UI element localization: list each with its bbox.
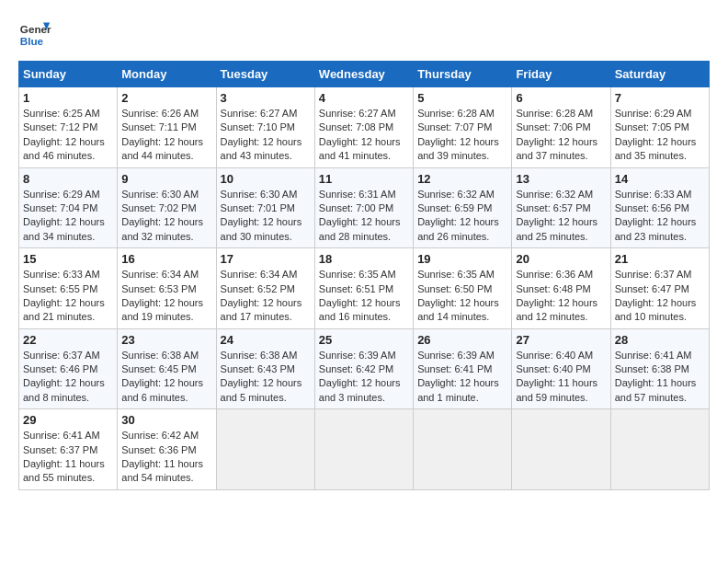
- day-number: 17: [221, 252, 311, 266]
- day-of-week-header: Friday: [512, 62, 610, 87]
- day-info: Sunrise: 6:32 AM Sunset: 6:57 PM Dayligh…: [516, 188, 606, 245]
- day-info: Sunrise: 6:27 AM Sunset: 7:10 PM Dayligh…: [221, 107, 311, 164]
- day-number: 28: [615, 333, 705, 347]
- day-number: 9: [121, 172, 211, 186]
- day-number: 1: [23, 91, 113, 105]
- day-of-week-header: Wednesday: [314, 62, 413, 87]
- day-info: Sunrise: 6:30 AM Sunset: 7:01 PM Dayligh…: [221, 188, 311, 245]
- day-number: 29: [23, 413, 113, 427]
- calendar-day-cell: 2Sunrise: 6:26 AM Sunset: 7:11 PM Daylig…: [118, 87, 216, 168]
- day-number: 23: [121, 333, 211, 347]
- day-info: Sunrise: 6:38 AM Sunset: 6:45 PM Dayligh…: [121, 349, 211, 406]
- day-info: Sunrise: 6:34 AM Sunset: 6:52 PM Dayligh…: [221, 268, 311, 325]
- day-info: Sunrise: 6:25 AM Sunset: 7:12 PM Dayligh…: [23, 107, 113, 164]
- calendar-day-cell: 21Sunrise: 6:37 AM Sunset: 6:47 PM Dayli…: [610, 248, 709, 329]
- calendar-day-cell: 27Sunrise: 6:40 AM Sunset: 6:40 PM Dayli…: [512, 328, 610, 409]
- calendar-day-cell: 15Sunrise: 6:33 AM Sunset: 6:55 PM Dayli…: [19, 248, 118, 329]
- calendar-day-cell: 28Sunrise: 6:41 AM Sunset: 6:38 PM Dayli…: [610, 328, 709, 409]
- calendar-day-cell: 4Sunrise: 6:27 AM Sunset: 7:08 PM Daylig…: [314, 87, 413, 168]
- day-info: Sunrise: 6:39 AM Sunset: 6:42 PM Dayligh…: [319, 349, 409, 406]
- day-info: Sunrise: 6:28 AM Sunset: 7:07 PM Dayligh…: [417, 107, 507, 164]
- day-info: Sunrise: 6:40 AM Sunset: 6:40 PM Dayligh…: [516, 349, 606, 406]
- calendar-day-cell: 29Sunrise: 6:41 AM Sunset: 6:37 PM Dayli…: [19, 409, 118, 490]
- day-info: Sunrise: 6:31 AM Sunset: 7:00 PM Dayligh…: [319, 188, 409, 245]
- calendar-day-cell: [314, 409, 413, 490]
- calendar-day-cell: 30Sunrise: 6:42 AM Sunset: 6:36 PM Dayli…: [118, 409, 216, 490]
- day-info: Sunrise: 6:29 AM Sunset: 7:04 PM Dayligh…: [23, 188, 113, 245]
- calendar-day-cell: [512, 409, 610, 490]
- calendar-week-row: 29Sunrise: 6:41 AM Sunset: 6:37 PM Dayli…: [19, 409, 710, 490]
- day-info: Sunrise: 6:38 AM Sunset: 6:43 PM Dayligh…: [221, 349, 311, 406]
- day-info: Sunrise: 6:28 AM Sunset: 7:06 PM Dayligh…: [516, 107, 606, 164]
- day-of-week-header: Sunday: [19, 62, 118, 87]
- day-number: 10: [221, 172, 311, 186]
- day-info: Sunrise: 6:35 AM Sunset: 6:50 PM Dayligh…: [417, 268, 507, 325]
- day-of-week-header: Saturday: [610, 62, 709, 87]
- page-header: General Blue: [18, 18, 710, 52]
- day-number: 16: [121, 252, 211, 266]
- day-number: 22: [23, 333, 113, 347]
- day-number: 27: [516, 333, 606, 347]
- day-info: Sunrise: 6:42 AM Sunset: 6:36 PM Dayligh…: [121, 429, 211, 486]
- day-info: Sunrise: 6:26 AM Sunset: 7:11 PM Dayligh…: [121, 107, 211, 164]
- calendar-day-cell: 10Sunrise: 6:30 AM Sunset: 7:01 PM Dayli…: [216, 167, 314, 248]
- day-number: 26: [417, 333, 507, 347]
- day-number: 11: [319, 172, 409, 186]
- calendar-day-cell: 6Sunrise: 6:28 AM Sunset: 7:06 PM Daylig…: [512, 87, 610, 168]
- day-info: Sunrise: 6:37 AM Sunset: 6:47 PM Dayligh…: [615, 268, 705, 325]
- day-number: 12: [417, 172, 507, 186]
- day-number: 15: [23, 252, 113, 266]
- day-info: Sunrise: 6:29 AM Sunset: 7:05 PM Dayligh…: [615, 107, 705, 164]
- day-info: Sunrise: 6:36 AM Sunset: 6:48 PM Dayligh…: [516, 268, 606, 325]
- day-number: 3: [221, 91, 311, 105]
- calendar-day-cell: [414, 409, 512, 490]
- day-info: Sunrise: 6:39 AM Sunset: 6:41 PM Dayligh…: [417, 349, 507, 406]
- calendar-day-cell: 1Sunrise: 6:25 AM Sunset: 7:12 PM Daylig…: [19, 87, 118, 168]
- day-number: 7: [615, 91, 705, 105]
- calendar-day-cell: 11Sunrise: 6:31 AM Sunset: 7:00 PM Dayli…: [314, 167, 413, 248]
- day-number: 2: [121, 91, 211, 105]
- day-info: Sunrise: 6:27 AM Sunset: 7:08 PM Dayligh…: [319, 107, 409, 164]
- day-info: Sunrise: 6:35 AM Sunset: 6:51 PM Dayligh…: [319, 268, 409, 325]
- logo-icon: General Blue: [18, 18, 51, 52]
- day-info: Sunrise: 6:34 AM Sunset: 6:53 PM Dayligh…: [121, 268, 211, 325]
- day-info: Sunrise: 6:30 AM Sunset: 7:02 PM Dayligh…: [121, 188, 211, 245]
- calendar-week-row: 8Sunrise: 6:29 AM Sunset: 7:04 PM Daylig…: [19, 167, 710, 248]
- calendar-day-cell: 24Sunrise: 6:38 AM Sunset: 6:43 PM Dayli…: [216, 328, 314, 409]
- calendar-day-cell: 18Sunrise: 6:35 AM Sunset: 6:51 PM Dayli…: [314, 248, 413, 329]
- calendar-day-cell: 17Sunrise: 6:34 AM Sunset: 6:52 PM Dayli…: [216, 248, 314, 329]
- calendar-day-cell: 5Sunrise: 6:28 AM Sunset: 7:07 PM Daylig…: [414, 87, 512, 168]
- calendar-day-cell: 9Sunrise: 6:30 AM Sunset: 7:02 PM Daylig…: [118, 167, 216, 248]
- day-number: 14: [615, 172, 705, 186]
- day-of-week-header: Thursday: [414, 62, 512, 87]
- calendar-day-cell: [610, 409, 709, 490]
- day-number: 25: [319, 333, 409, 347]
- day-number: 21: [615, 252, 705, 266]
- day-of-week-header: Tuesday: [216, 62, 314, 87]
- calendar-table: SundayMondayTuesdayWednesdayThursdayFrid…: [18, 61, 710, 490]
- day-info: Sunrise: 6:41 AM Sunset: 6:37 PM Dayligh…: [23, 429, 113, 486]
- day-number: 8: [23, 172, 113, 186]
- calendar-day-cell: 7Sunrise: 6:29 AM Sunset: 7:05 PM Daylig…: [610, 87, 709, 168]
- calendar-header-row: SundayMondayTuesdayWednesdayThursdayFrid…: [19, 62, 710, 87]
- day-number: 6: [516, 91, 606, 105]
- svg-text:Blue: Blue: [20, 35, 44, 47]
- logo: General Blue: [18, 18, 51, 52]
- calendar-day-cell: 26Sunrise: 6:39 AM Sunset: 6:41 PM Dayli…: [414, 328, 512, 409]
- day-number: 13: [516, 172, 606, 186]
- day-info: Sunrise: 6:33 AM Sunset: 6:56 PM Dayligh…: [615, 188, 705, 245]
- day-number: 20: [516, 252, 606, 266]
- day-number: 4: [319, 91, 409, 105]
- calendar-week-row: 1Sunrise: 6:25 AM Sunset: 7:12 PM Daylig…: [19, 87, 710, 168]
- day-info: Sunrise: 6:37 AM Sunset: 6:46 PM Dayligh…: [23, 349, 113, 406]
- calendar-day-cell: 8Sunrise: 6:29 AM Sunset: 7:04 PM Daylig…: [19, 167, 118, 248]
- calendar-day-cell: [216, 409, 314, 490]
- day-number: 24: [221, 333, 311, 347]
- calendar-day-cell: 22Sunrise: 6:37 AM Sunset: 6:46 PM Dayli…: [19, 328, 118, 409]
- calendar-day-cell: 12Sunrise: 6:32 AM Sunset: 6:59 PM Dayli…: [414, 167, 512, 248]
- day-of-week-header: Monday: [118, 62, 216, 87]
- calendar-week-row: 15Sunrise: 6:33 AM Sunset: 6:55 PM Dayli…: [19, 248, 710, 329]
- day-info: Sunrise: 6:33 AM Sunset: 6:55 PM Dayligh…: [23, 268, 113, 325]
- calendar-day-cell: 25Sunrise: 6:39 AM Sunset: 6:42 PM Dayli…: [314, 328, 413, 409]
- day-number: 19: [417, 252, 507, 266]
